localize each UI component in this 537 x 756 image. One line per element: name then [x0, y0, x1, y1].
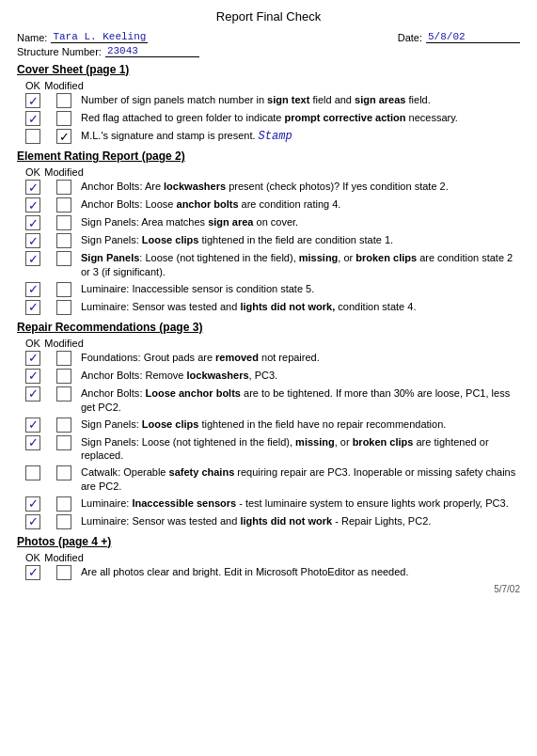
- checkbox-modified-1-4[interactable]: [56, 251, 71, 266]
- checklist-row: Anchor Bolts: Are lockwashers present (c…: [17, 180, 520, 195]
- checkbox-modified-1-5[interactable]: [56, 282, 71, 297]
- row-text-2-0: Foundations: Grout pads are removed not …: [81, 351, 520, 365]
- checkbox-ok-1-3[interactable]: [25, 233, 40, 248]
- checkbox-modified-1-0[interactable]: [56, 180, 71, 195]
- name-label: Name:: [17, 32, 47, 43]
- checkbox-modified-0-0[interactable]: [56, 93, 71, 108]
- checkbox-ok-2-0[interactable]: [25, 351, 40, 366]
- col-headers-cover-sheet: OK Modified: [17, 80, 520, 91]
- checklist-row: Luminaire: Sensor was tested and lights …: [17, 300, 520, 315]
- checklist-row: Luminaire: Inaccessible sensor is condit…: [17, 282, 520, 297]
- col-modified-label: Modified: [44, 80, 84, 91]
- col-headers-photos: OK Modified: [17, 552, 520, 563]
- structure-label: Structure Number:: [17, 46, 102, 57]
- checkbox-modified-1-6[interactable]: [56, 300, 71, 315]
- checkbox-ok-1-0[interactable]: [25, 180, 40, 195]
- checkbox-modified-2-4[interactable]: [56, 435, 71, 450]
- checklist-row: Catwalk: Operable safety chains requirin…: [17, 465, 520, 494]
- checklist-row: Sign Panels: Loose clips tightened in th…: [17, 233, 520, 248]
- checklist-row: Red flag attached to green folder to ind…: [17, 111, 520, 126]
- checkbox-modified-2-6[interactable]: [56, 496, 71, 512]
- section-title-element-rating: Element Rating Report (page 2): [17, 150, 520, 163]
- row-text-1-1: Anchor Bolts: Loose anchor bolts are con…: [81, 197, 520, 212]
- row-text-0-2: M.L.'s signature and stamp is present. S…: [81, 129, 520, 144]
- row-text-2-6: Luminaire: Inaccessible sensors - test l…: [81, 496, 520, 511]
- checkbox-ok-1-6[interactable]: [25, 300, 40, 315]
- checklist-row: Number of sign panels match number in si…: [17, 93, 520, 108]
- checklist-row: Anchor Bolts: Loose anchor bolts are to …: [17, 386, 520, 415]
- row-text-1-2: Sign Panels: Area matches sign area on c…: [81, 215, 520, 229]
- checkbox-ok-2-7[interactable]: [25, 514, 40, 529]
- checklist-row: Anchor Bolts: Remove lockwashers, PC3.: [17, 369, 520, 384]
- row-text-2-7: Luminaire: Sensor was tested and lights …: [81, 514, 520, 528]
- checkbox-modified-3-0[interactable]: [56, 565, 71, 580]
- row-text-2-5: Catwalk: Operable safety chains requirin…: [81, 465, 520, 494]
- checkbox-modified-1-1[interactable]: [56, 197, 71, 213]
- row-text-1-5: Luminaire: Inaccessible sensor is condit…: [81, 282, 520, 296]
- row-text-0-0: Number of sign panels match number in si…: [81, 93, 520, 107]
- checkbox-ok-0-0[interactable]: [25, 93, 40, 108]
- checkbox-ok-2-4[interactable]: [25, 435, 40, 450]
- checkbox-ok-0-2[interactable]: [25, 129, 40, 144]
- col-ok-label: OK: [25, 338, 40, 349]
- checklist-row: Luminaire: Sensor was tested and lights …: [17, 514, 520, 529]
- checkbox-modified-2-1[interactable]: [56, 369, 71, 384]
- checkbox-ok-1-4[interactable]: [25, 251, 40, 266]
- checkbox-ok-0-1[interactable]: [25, 111, 40, 126]
- checkbox-ok-2-3[interactable]: [25, 417, 40, 433]
- checkbox-ok-2-1[interactable]: [25, 369, 40, 384]
- name-value: Tara L. Keeling: [51, 31, 148, 43]
- col-modified-label: Modified: [44, 552, 84, 563]
- section-title-repair-recommendations: Repair Recommendations (page 3): [17, 321, 520, 334]
- checkbox-ok-1-1[interactable]: [25, 197, 40, 213]
- col-headers-repair-recommendations: OK Modified: [17, 338, 520, 349]
- row-text-2-2: Anchor Bolts: Loose anchor bolts are to …: [81, 386, 520, 415]
- checklist-row: Luminaire: Inaccessible sensors - test l…: [17, 496, 520, 512]
- col-ok-label: OK: [25, 166, 40, 178]
- checkbox-ok-1-2[interactable]: [25, 215, 40, 230]
- checkbox-modified-2-5[interactable]: [56, 465, 71, 480]
- checklist-row: Anchor Bolts: Loose anchor bolts are con…: [17, 197, 520, 213]
- row-text-1-6: Luminaire: Sensor was tested and lights …: [81, 300, 520, 314]
- checklist-row: Sign Panels: Loose clips tightened in th…: [17, 417, 520, 433]
- checkbox-ok-2-2[interactable]: [25, 386, 40, 402]
- checklist-row: Sign Panels: Area matches sign area on c…: [17, 215, 520, 230]
- checklist-row: M.L.'s signature and stamp is present. S…: [17, 129, 520, 144]
- row-text-1-4: Sign Panels: Loose (not tightened in the…: [81, 251, 520, 279]
- date-value: 5/8/02: [426, 31, 520, 43]
- col-headers-element-rating: OK Modified: [17, 166, 520, 178]
- col-modified-label: Modified: [44, 166, 84, 178]
- row-text-1-0: Anchor Bolts: Are lockwashers present (c…: [81, 180, 520, 194]
- checklist-row: Sign Panels: Loose (not tightened in the…: [17, 435, 520, 464]
- checkbox-modified-2-0[interactable]: [56, 351, 71, 366]
- section-title-photos: Photos (page 4 +): [17, 535, 520, 548]
- checkbox-modified-1-2[interactable]: [56, 215, 71, 230]
- checkbox-ok-1-5[interactable]: [25, 282, 40, 297]
- checkbox-ok-3-0[interactable]: [25, 565, 40, 580]
- checkbox-modified-2-7[interactable]: [56, 514, 71, 529]
- page-title: Report Final Check: [17, 9, 520, 24]
- checkbox-ok-2-5[interactable]: [25, 465, 40, 480]
- row-text-0-1: Red flag attached to green folder to ind…: [81, 111, 520, 125]
- row-text-1-3: Sign Panels: Loose clips tightened in th…: [81, 233, 520, 247]
- checklist-row: Foundations: Grout pads are removed not …: [17, 351, 520, 366]
- section-title-cover-sheet: Cover Sheet (page 1): [17, 63, 520, 76]
- checkbox-modified-2-2[interactable]: [56, 386, 71, 402]
- row-text-3-0: Are all photos clear and bright. Edit in…: [81, 565, 520, 579]
- footer-date: 5/7/02: [17, 584, 520, 594]
- checkbox-modified-0-1[interactable]: [56, 111, 71, 126]
- checkbox-modified-1-3[interactable]: [56, 233, 71, 248]
- row-text-2-4: Sign Panels: Loose (not tightened in the…: [81, 435, 520, 464]
- checkbox-modified-2-3[interactable]: [56, 417, 71, 433]
- row-text-2-3: Sign Panels: Loose clips tightened in th…: [81, 417, 520, 432]
- checklist-row: Sign Panels: Loose (not tightened in the…: [17, 251, 520, 279]
- checkbox-ok-2-6[interactable]: [25, 496, 40, 512]
- col-ok-label: OK: [25, 80, 40, 91]
- checkbox-modified-0-2[interactable]: [56, 129, 71, 144]
- structure-value: 23043: [105, 45, 199, 57]
- row-text-2-1: Anchor Bolts: Remove lockwashers, PC3.: [81, 369, 520, 383]
- col-ok-label: OK: [25, 552, 40, 563]
- checklist-row: Are all photos clear and bright. Edit in…: [17, 565, 520, 580]
- col-modified-label: Modified: [44, 338, 84, 349]
- date-label: Date:: [398, 32, 422, 43]
